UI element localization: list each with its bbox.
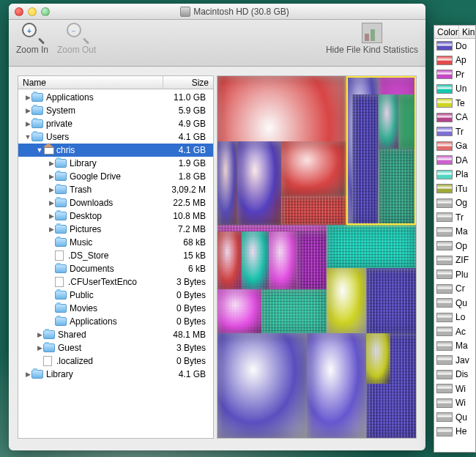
treemap-block[interactable]	[281, 141, 346, 196]
column-name[interactable]: Name	[18, 76, 163, 89]
stats-row[interactable]: Wi	[434, 396, 475, 411]
stats-row[interactable]: Wi	[434, 382, 475, 396]
stats-row[interactable]: He	[434, 425, 475, 439]
tree-row[interactable]: ▶private4.9 GB	[18, 117, 213, 130]
tree-row[interactable]: ▶Library1.9 GB	[18, 157, 213, 170]
stats-row[interactable]: Ma	[434, 225, 475, 239]
tree-row[interactable]: .localized0 Bytes	[18, 354, 213, 368]
stats-row[interactable]: Og	[434, 196, 475, 211]
titlebar[interactable]: Macintosh HD (30.8 GB)	[9, 4, 425, 20]
tree-row[interactable]: ▶Desktop10.8 MB	[18, 209, 213, 223]
stats-row[interactable]: Lo	[434, 311, 475, 325]
treemap-block[interactable]	[217, 141, 237, 225]
disclosure-triangle-icon[interactable]: ▶	[24, 371, 31, 378]
tree-row[interactable]: ▶Shared48.1 MB	[18, 328, 213, 341]
treemap-block[interactable]	[269, 231, 297, 289]
stats-row[interactable]: Un	[434, 82, 475, 97]
stats-row[interactable]: Op	[434, 239, 475, 253]
stats-row[interactable]: ZIF	[434, 253, 475, 268]
hide-statistics-button[interactable]: Hide File Kind Statistics	[326, 23, 418, 55]
stats-row[interactable]: Qu	[434, 410, 475, 425]
treemap-block[interactable]	[307, 333, 366, 438]
treemap-block[interactable]	[261, 289, 327, 332]
close-icon[interactable]	[15, 7, 23, 16]
kind-label: Qu	[455, 412, 467, 423]
treemap-block[interactable]	[217, 333, 307, 438]
treemap-block[interactable]	[281, 196, 346, 225]
disclosure-triangle-icon[interactable]: ▶	[24, 120, 31, 127]
disclosure-triangle-icon[interactable]: ▶	[24, 107, 31, 114]
stats-row[interactable]: Tr	[434, 125, 475, 139]
stats-row[interactable]: CA	[434, 111, 475, 125]
stats-row[interactable]: Tr	[434, 210, 475, 225]
stats-row[interactable]: Ga	[434, 139, 475, 154]
stats-row[interactable]: Plu	[434, 267, 475, 282]
stats-row[interactable]: DA	[434, 153, 475, 168]
disclosure-triangle-icon[interactable]: ▶	[24, 94, 31, 101]
stats-column-color[interactable]: Color	[434, 26, 459, 38]
tree-row[interactable]: ▶Library4.1 GB	[18, 368, 213, 381]
disclosure-triangle-icon[interactable]: ▶	[48, 212, 55, 220]
treemap[interactable]	[217, 75, 417, 439]
tree-row[interactable]: Documents6 kB	[18, 262, 213, 275]
tree-row[interactable]: ▶Google Drive1.8 GB	[18, 170, 213, 183]
disclosure-triangle-icon[interactable]: ▶	[36, 331, 43, 338]
tree-row[interactable]: ▶Applications11.0 GB	[18, 91, 213, 104]
treemap-block[interactable]	[297, 231, 327, 289]
disclosure-triangle-icon[interactable]: ▼	[36, 146, 43, 154]
stats-row[interactable]: Jav	[434, 353, 475, 368]
stats-row[interactable]: Dis	[434, 368, 475, 382]
stats-row[interactable]: Ap	[434, 53, 475, 68]
stats-row[interactable]: Do	[434, 39, 475, 53]
disclosure-triangle-icon[interactable]: ▶	[48, 199, 55, 207]
stats-row[interactable]: Pla	[434, 168, 475, 182]
tree-row[interactable]: .DS_Store15 kB	[18, 249, 213, 262]
tree-header[interactable]: Name Size	[18, 76, 213, 89]
disclosure-triangle-icon[interactable]: ▶	[36, 344, 43, 352]
zoom-in-button[interactable]: + Zoom In	[16, 23, 48, 55]
stats-row[interactable]: Pr	[434, 67, 475, 82]
treemap-block[interactable]	[379, 149, 416, 225]
stats-row[interactable]: Qu	[434, 296, 475, 311]
treemap-block[interactable]	[366, 333, 390, 384]
treemap-block[interactable]	[379, 94, 398, 149]
treemap-block[interactable]	[237, 141, 281, 225]
tree-row[interactable]: Movies0 Bytes	[18, 302, 213, 315]
stats-row[interactable]: Cr	[434, 282, 475, 297]
treemap-block[interactable]	[352, 94, 378, 225]
tree-row[interactable]: Music68 kB	[18, 236, 213, 249]
tree-row[interactable]: ▶Pictures7.2 MB	[18, 223, 213, 236]
treemap-block[interactable]	[217, 289, 261, 332]
tree-row[interactable]: ▶Guest3 Bytes	[18, 341, 213, 354]
disclosure-triangle-icon[interactable]: ▶	[48, 186, 55, 193]
stats-row[interactable]: iTu	[434, 182, 475, 196]
tree-row[interactable]: Applications0 Bytes	[18, 315, 213, 328]
tree-row[interactable]: Public0 Bytes	[18, 289, 213, 302]
stats-row[interactable]: Ma	[434, 339, 475, 354]
kind-label: Ga	[455, 141, 467, 151]
treemap-block[interactable]	[327, 225, 416, 268]
zoom-icon[interactable]	[41, 7, 50, 16]
tree-row[interactable]: ▼Users4.1 GB	[18, 130, 213, 144]
tree-row[interactable]: ▶System5.9 GB	[18, 104, 213, 117]
tree-row[interactable]: .CFUserTextEnco3 Bytes	[18, 275, 213, 289]
treemap-block[interactable]	[242, 231, 269, 289]
disclosure-triangle-icon[interactable]: ▶	[48, 160, 55, 167]
column-size[interactable]: Size	[163, 76, 213, 89]
treemap-block[interactable]	[327, 268, 366, 333]
disclosure-triangle-icon[interactable]: ▼	[24, 133, 31, 141]
treemap-block[interactable]	[398, 94, 416, 149]
stats-row[interactable]: Ac	[434, 324, 475, 339]
tree-row[interactable]: ▶Trash3,09.2 M	[18, 183, 213, 196]
file-tree[interactable]: Name Size ▶Applications11.0 GB▶System5.9…	[18, 75, 214, 439]
tree-row[interactable]: ▼chris4.1 GB	[18, 144, 213, 157]
tree-row[interactable]: ▶Downloads22.5 MB	[18, 196, 213, 209]
treemap-block[interactable]	[217, 231, 242, 289]
disclosure-triangle-icon[interactable]: ▶	[48, 226, 55, 233]
treemap-block[interactable]	[366, 268, 416, 333]
disclosure-triangle-icon[interactable]: ▶	[48, 173, 55, 180]
stats-column-kind[interactable]: Kin	[459, 26, 476, 38]
minimize-icon[interactable]	[28, 7, 37, 16]
statistics-panel[interactable]: Color Kin DoApPrUnTeCATrGaDAPlaiTuOgTrMa…	[434, 25, 476, 453]
stats-row[interactable]: Te	[434, 96, 475, 111]
